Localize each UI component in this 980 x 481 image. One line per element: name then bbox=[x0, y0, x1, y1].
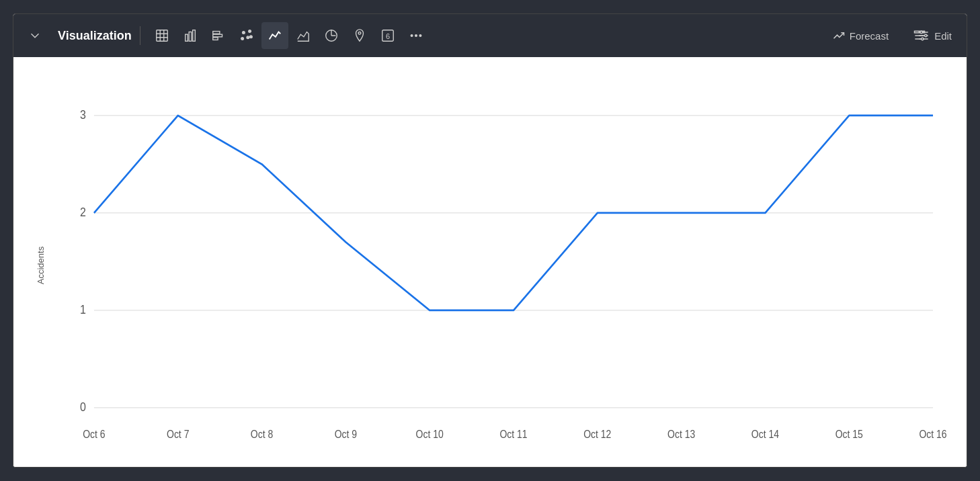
more-icon bbox=[409, 28, 423, 43]
svg-rect-0 bbox=[156, 30, 167, 42]
svg-rect-8 bbox=[212, 32, 219, 34]
forecast-button[interactable]: Forecast bbox=[825, 25, 895, 46]
svg-text:Oct 7: Oct 7 bbox=[167, 429, 189, 440]
toolbar-separator bbox=[140, 26, 140, 45]
svg-point-33 bbox=[922, 38, 924, 40]
edit-button[interactable]: Edit bbox=[906, 25, 958, 46]
x-axis-label: Event Date bbox=[54, 466, 953, 468]
svg-text:Oct 10: Oct 10 bbox=[416, 429, 444, 440]
chart-container: Accidents 3 2 1 0 Oct 6 O bbox=[54, 71, 953, 460]
svg-point-20 bbox=[411, 35, 413, 37]
forecast-label: Forecast bbox=[850, 30, 889, 42]
svg-text:Oct 6: Oct 6 bbox=[83, 429, 105, 440]
pie-chart-button[interactable] bbox=[318, 22, 345, 49]
single-value-button[interactable]: 6 bbox=[374, 22, 401, 49]
svg-text:Oct 13: Oct 13 bbox=[667, 429, 695, 440]
toolbar-left: Visualization bbox=[22, 22, 823, 49]
toolbar-right: Forecast bbox=[825, 25, 958, 46]
svg-point-11 bbox=[242, 32, 245, 34]
svg-point-14 bbox=[247, 36, 249, 39]
map-button[interactable] bbox=[346, 22, 373, 49]
sliders-icon bbox=[917, 29, 930, 42]
more-button[interactable] bbox=[403, 22, 430, 49]
collapse-button[interactable] bbox=[22, 22, 48, 49]
svg-text:3: 3 bbox=[80, 109, 86, 122]
svg-rect-10 bbox=[212, 38, 217, 40]
scatter-button[interactable] bbox=[233, 22, 260, 49]
svg-text:2: 2 bbox=[80, 206, 86, 220]
horizontal-bar-icon bbox=[211, 28, 226, 43]
svg-point-32 bbox=[925, 34, 927, 36]
svg-text:0: 0 bbox=[80, 401, 86, 414]
line-chart-button[interactable] bbox=[261, 22, 288, 49]
toolbar-title: Visualization bbox=[58, 29, 132, 43]
svg-point-31 bbox=[920, 31, 922, 33]
chart-svg: 3 2 1 0 Oct 6 Oct 7 Oct 8 Oct 9 Oct 10 O… bbox=[54, 71, 953, 460]
svg-rect-9 bbox=[212, 34, 222, 37]
forecast-icon bbox=[832, 29, 846, 42]
svg-rect-7 bbox=[192, 30, 195, 42]
toolbar: Visualization bbox=[13, 14, 967, 57]
scatter-icon bbox=[239, 28, 254, 43]
chevron-down-icon bbox=[28, 28, 42, 43]
bar-chart-icon bbox=[183, 28, 198, 43]
svg-rect-5 bbox=[185, 34, 188, 41]
svg-text:Oct 8: Oct 8 bbox=[251, 429, 273, 440]
area-chart-button[interactable] bbox=[290, 22, 317, 49]
svg-text:Oct 9: Oct 9 bbox=[335, 429, 357, 440]
chart-area: Accidents 3 2 1 0 Oct 6 O bbox=[13, 57, 967, 467]
svg-text:Oct 11: Oct 11 bbox=[499, 429, 527, 440]
svg-text:Oct 14: Oct 14 bbox=[751, 429, 779, 440]
area-chart-icon bbox=[296, 28, 311, 43]
edit-label: Edit bbox=[934, 30, 952, 42]
line-chart-icon bbox=[268, 28, 282, 43]
table-view-button[interactable] bbox=[149, 22, 175, 49]
svg-text:6: 6 bbox=[386, 32, 390, 40]
svg-point-12 bbox=[248, 30, 251, 33]
bar-chart-button[interactable] bbox=[177, 22, 204, 49]
svg-text:Oct 15: Oct 15 bbox=[835, 429, 863, 440]
svg-text:Oct 12: Oct 12 bbox=[583, 429, 611, 440]
horizontal-bar-button[interactable] bbox=[205, 22, 232, 49]
map-pin-icon bbox=[352, 28, 367, 43]
svg-point-13 bbox=[241, 38, 243, 40]
table-icon bbox=[155, 28, 169, 43]
svg-rect-6 bbox=[189, 32, 192, 42]
svg-point-21 bbox=[415, 35, 417, 37]
visualization-panel: Visualization bbox=[13, 13, 967, 468]
svg-text:Oct 16: Oct 16 bbox=[919, 429, 946, 440]
svg-point-22 bbox=[419, 35, 421, 37]
svg-text:1: 1 bbox=[80, 304, 86, 317]
single-value-icon: 6 bbox=[380, 28, 395, 43]
svg-point-15 bbox=[249, 36, 252, 38]
pie-chart-icon bbox=[324, 28, 339, 43]
toolbar-icons: 6 bbox=[149, 22, 430, 49]
y-axis-label: Accidents bbox=[36, 247, 46, 284]
svg-point-17 bbox=[358, 32, 361, 35]
